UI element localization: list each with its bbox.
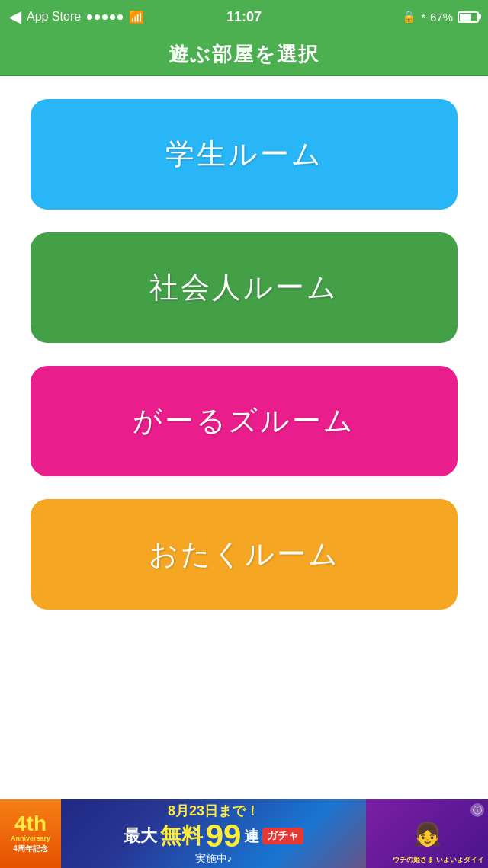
signal-dots — [87, 14, 123, 20]
ad-info-icon[interactable]: ⓘ — [470, 803, 484, 817]
ad-title-text: ウチの姫さま いよいよダイイ — [393, 856, 484, 864]
back-arrow-icon[interactable]: ◀ — [9, 8, 21, 26]
main-content: 学生ルーム 社会人ルーム がーるズルーム おたくルーム — [0, 76, 488, 799]
bluetooth-icon: * — [421, 11, 425, 24]
battery-icon — [458, 11, 479, 23]
ad-free-text: 無料 — [160, 822, 203, 850]
status-bar-left: ◀ App Store 📶 — [9, 8, 144, 26]
otaku-room-button[interactable]: おたくルーム — [30, 499, 458, 610]
ad-anniversary-number: 4th — [14, 813, 47, 834]
status-bar-right: 🔒 * 67% — [402, 10, 479, 24]
carrier-label: App Store — [27, 10, 81, 24]
status-bar-time: 11:07 — [226, 9, 262, 25]
otaku-room-label: おたくルーム — [149, 535, 340, 574]
girls-room-label: がーるズルーム — [133, 402, 355, 440]
student-room-label: 学生ルーム — [165, 135, 323, 174]
ad-anniversary-sub: 4周年記念 — [13, 844, 48, 854]
student-room-button[interactable]: 学生ルーム — [30, 99, 458, 210]
status-bar: ◀ App Store 📶 11:07 🔒 * 67% — [0, 0, 488, 34]
social-room-label: 社会人ルーム — [149, 268, 339, 307]
page-title: 遊ぶ部屋を選択 — [169, 41, 319, 68]
ad-ren: 連 — [244, 826, 259, 847]
ad-banner[interactable]: 4th Anniversary 4周年記念 8月23日まで！ 最大 無料 99 … — [0, 799, 488, 868]
ad-middle-section: 8月23日まで！ 最大 無料 99 連 ガチャ 実施中♪ — [61, 799, 366, 868]
wifi-icon: 📶 — [129, 10, 144, 24]
girls-room-button[interactable]: がーるズルーム — [30, 366, 458, 476]
ad-gacha-line: 最大 無料 99 連 ガチャ — [124, 820, 304, 852]
ad-jisshi-text: 実施中♪ — [195, 852, 233, 866]
ad-right-section: 👧 ウチの姫さま いよいよダイイ ⓘ — [366, 799, 488, 868]
social-room-button[interactable]: 社会人ルーム — [30, 232, 458, 343]
ad-count: 99 — [206, 820, 242, 852]
ad-max-text: 最大 — [124, 825, 157, 847]
battery-percent: 67% — [430, 11, 453, 24]
ad-left-section: 4th Anniversary 4周年記念 — [0, 799, 61, 868]
ad-gacha-badge: ガチャ — [262, 828, 303, 844]
nav-bar: 遊ぶ部屋を選択 — [0, 34, 488, 76]
lock-icon: 🔒 — [402, 10, 416, 24]
